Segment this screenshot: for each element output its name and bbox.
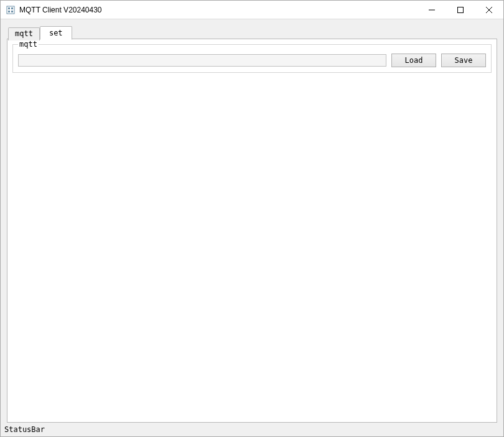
tab-label: mqtt xyxy=(15,29,33,38)
group-mqtt: mqtt Load Save xyxy=(12,44,492,73)
tab-pane-set: mqtt Load Save xyxy=(7,39,497,423)
status-bar: StatusBar xyxy=(1,423,503,436)
config-path-input[interactable] xyxy=(18,54,386,67)
tab-label: set xyxy=(49,29,63,37)
window-title: MQTT Client V20240430 xyxy=(19,6,418,14)
group-title: mqtt xyxy=(18,40,39,49)
svg-rect-0 xyxy=(7,6,14,14)
load-button[interactable]: Load xyxy=(391,54,436,67)
svg-rect-6 xyxy=(458,7,464,12)
button-label: Save xyxy=(455,56,473,65)
svg-rect-3 xyxy=(8,11,10,12)
maximize-button[interactable] xyxy=(446,1,475,19)
tab-set[interactable]: set xyxy=(40,26,72,40)
save-button[interactable]: Save xyxy=(441,54,486,67)
svg-rect-1 xyxy=(8,7,10,9)
button-label: Load xyxy=(405,56,423,65)
client-area: mqtt set mqtt Load Save xyxy=(1,19,503,423)
app-icon xyxy=(6,5,16,15)
tab-bar: mqtt set xyxy=(7,26,497,39)
title-bar: MQTT Client V20240430 xyxy=(1,1,503,19)
svg-rect-4 xyxy=(11,11,13,12)
svg-rect-2 xyxy=(11,7,13,9)
window-controls xyxy=(418,1,503,19)
config-row: Load Save xyxy=(18,54,486,67)
tab-widget: mqtt set mqtt Load Save xyxy=(7,26,497,423)
minimize-button[interactable] xyxy=(418,1,446,19)
status-text: StatusBar xyxy=(4,425,45,434)
close-button[interactable] xyxy=(475,1,503,19)
tab-mqtt[interactable]: mqtt xyxy=(8,27,40,40)
